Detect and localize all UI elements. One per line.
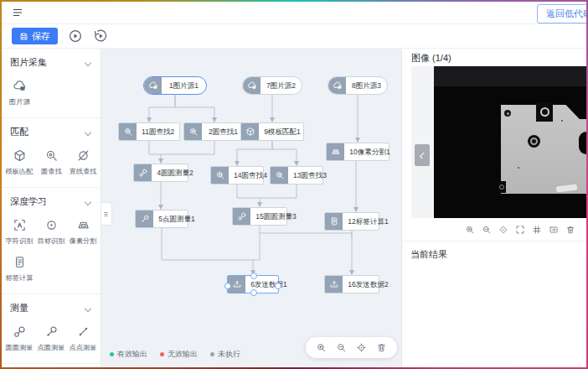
palette-item-目标识别[interactable]: 目标识别 [35, 218, 67, 247]
measure-point-circle-icon [44, 325, 59, 339]
flow-node-14[interactable]: 14圆查找4 [210, 166, 264, 184]
flow-node-2[interactable]: 2圆查找1 [183, 122, 245, 141]
zoom-out-icon[interactable] [482, 225, 492, 235]
flow-node-label: 8图片源3 [347, 78, 386, 94]
palette-item-点点测量[interactable]: 点点测量 [67, 325, 99, 353]
app-body: 图片采集图片源匹配模板匹配圆查找直线查找深度学习字符识别目标识别像素分割标签计算… [2, 49, 586, 367]
save-label: 保存 [32, 30, 50, 43]
flow-node-16[interactable]: 16发送数据2 [324, 275, 379, 294]
flow-node-label: 12标签计算1 [344, 214, 393, 230]
palette-section-label: 图片采集 [10, 56, 47, 69]
zoom-in-icon[interactable] [316, 342, 327, 353]
palette-item-直线查找[interactable]: 直线查找 [67, 148, 99, 177]
flow-node-6[interactable]: 6发送数据1 [227, 275, 279, 294]
palette-item-图片源[interactable]: 图片源 [3, 79, 35, 107]
palette-item-圆圆测量[interactable]: 圆圆测量 [3, 325, 35, 353]
palette-item-像素分割[interactable]: 像素分割 [67, 218, 99, 247]
palette-section-header[interactable]: 深度学习 [2, 188, 101, 210]
current-results-title: 当前结果 [402, 242, 586, 268]
flow-canvas[interactable]: 1图片源17图片源28图片源311圆查找22圆查找19模板匹配110像素分割14… [101, 49, 401, 367]
palette-section-3: 测量圆圆测量点圆测量点点测量 [2, 294, 101, 364]
legend-label: 未执行 [218, 349, 240, 360]
legend-label: 无效输出 [168, 349, 198, 360]
palette-section-header[interactable]: 通信 [2, 364, 101, 367]
palette-section-header[interactable]: 图片采集 [2, 49, 101, 70]
plate-dot [561, 120, 563, 122]
palette-section-header[interactable]: 测量 [2, 294, 101, 316]
palette-item-字符识别[interactable]: 字符识别 [3, 218, 35, 247]
tag-calc-icon [325, 213, 343, 230]
sidebar-collapse-handle[interactable] [101, 202, 112, 226]
palette-section-header[interactable]: 匹配 [2, 118, 101, 140]
chevron-down-icon [85, 128, 91, 135]
template-match-icon [13, 148, 27, 163]
flow-node-9[interactable]: 9模板匹配1 [240, 122, 304, 141]
legend-label: 有效输出 [117, 349, 147, 360]
locate-icon[interactable] [356, 342, 367, 353]
preview-image [434, 66, 586, 218]
save-button[interactable]: 保存 [12, 28, 58, 44]
node-connection-handle[interactable] [250, 273, 257, 279]
delete-icon[interactable] [565, 225, 575, 235]
run-button[interactable] [67, 29, 83, 44]
legend-dot [210, 352, 214, 356]
palette-item-圆查找[interactable]: 圆查找 [35, 148, 67, 177]
flow-node-label: 5点圆测量1 [154, 211, 199, 227]
compare-icon[interactable] [549, 225, 559, 235]
palette-section-items: 图片源 [2, 70, 101, 112]
palette-section-label: 匹配 [10, 126, 28, 138]
flow-node-7[interactable]: 7图片源2 [242, 76, 302, 95]
flow-node-label: 4圆圆测量2 [152, 165, 197, 181]
flow-node-label: 15圆圆测量3 [252, 209, 301, 225]
image-toolbar [402, 218, 586, 242]
previous-image-button[interactable] [415, 144, 430, 166]
node-connection-handle[interactable] [250, 289, 257, 296]
chevron-down-icon [85, 59, 91, 65]
flow-node-12[interactable]: 12标签计算1 [324, 212, 379, 231]
flow-node-label: 9模板匹配1 [260, 124, 304, 140]
line-find-icon [76, 148, 90, 163]
back-to-lowcode-button[interactable]: 返回低代码 [537, 4, 586, 23]
palette-item-label: 点点测量 [69, 343, 96, 353]
zoom-out-icon[interactable] [336, 342, 347, 353]
palette-item-label: 点圆测量 [37, 343, 64, 353]
palette-section-label: 测量 [10, 302, 28, 314]
flow-node-1[interactable]: 1图片源1 [143, 76, 207, 95]
legend-dot [160, 352, 164, 356]
palette-section-1: 匹配模板匹配圆查找直线查找 [2, 118, 101, 188]
palette-item-点圆测量[interactable]: 点圆测量 [35, 325, 67, 353]
circle-find-icon [271, 167, 288, 184]
pixel-segment-icon [327, 143, 344, 160]
legend-item: 无效输出 [160, 349, 198, 360]
fullscreen-icon[interactable] [515, 225, 525, 235]
template-match-icon [241, 123, 259, 140]
legend-dot [110, 352, 114, 356]
save-icon [19, 32, 28, 41]
flow-node-label: 14圆查找4 [230, 168, 271, 184]
image-background-band [434, 66, 586, 86]
plate-dot [518, 167, 519, 169]
node-connection-handle[interactable] [275, 283, 281, 289]
delete-icon[interactable] [376, 342, 387, 353]
flow-node-8[interactable]: 8图片源3 [328, 76, 388, 95]
palette-item-标签计算[interactable]: 标签计算 [3, 255, 35, 283]
flow-node-15[interactable]: 15圆圆测量3 [232, 207, 287, 226]
flow-node-5[interactable]: 5点圆测量1 [135, 210, 188, 228]
palette-section-items: 字符识别目标识别像素分割标签计算 [2, 210, 101, 288]
flow-node-13[interactable]: 13圆查找3 [270, 166, 323, 184]
flow-node-4[interactable]: 4圆圆测量2 [133, 164, 188, 182]
run-once-button[interactable] [92, 29, 108, 44]
palette-item-label: 圆圆测量 [5, 343, 33, 353]
palette-item-模板匹配[interactable]: 模板匹配 [3, 148, 35, 177]
flow-node-label: 10像素分割1 [346, 144, 395, 160]
palette-section-4: 通信 [2, 364, 101, 367]
plate-bracket [498, 181, 506, 193]
flow-node-11[interactable]: 11圆查找2 [118, 122, 180, 141]
status-legend: 有效输出无效输出未执行 [110, 349, 240, 360]
grid-icon[interactable] [532, 225, 542, 235]
node-connection-handle[interactable] [224, 283, 231, 289]
flow-node-10[interactable]: 10像素分割1 [326, 143, 389, 161]
aim-icon[interactable] [498, 225, 508, 235]
menu-icon[interactable] [12, 7, 23, 18]
zoom-in-icon[interactable] [465, 225, 475, 235]
